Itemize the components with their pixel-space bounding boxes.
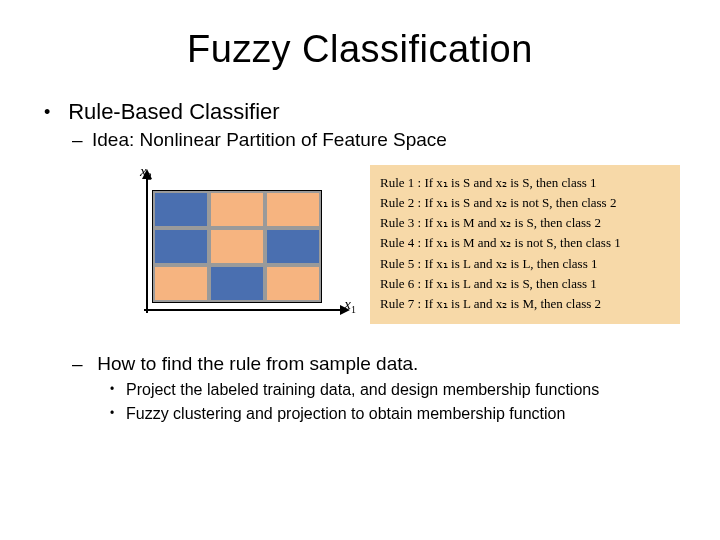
bullet-rule-based: Rule-Based Classifier Idea: Nonlinear Pa… [62,99,680,424]
cell-M-S [153,228,209,265]
y-axis-arrow-icon [142,169,152,179]
partition-grid [152,190,322,303]
bullet-howto: How to find the rule from sample data. P… [92,353,680,424]
bullet-rule-based-text: Rule-Based Classifier [68,99,280,124]
bullet-list-level1: Rule-Based Classifier Idea: Nonlinear Pa… [40,99,680,424]
rule-3: Rule 3 : If x₁ is M and x₂ is S, then cl… [380,213,666,233]
cell-S-S [153,265,209,302]
cell-S-L [265,265,321,302]
rule-1: Rule 1 : If x₁ is S and x₂ is S, then cl… [380,173,666,193]
rule-5: Rule 5 : If x₁ is L and x₂ is L, then cl… [380,254,666,274]
rule-4: Rule 4 : If x₁ is M and x₂ is not S, the… [380,233,666,253]
cell-L-L [265,191,321,228]
bullet-fuzzy-cluster: Fuzzy clustering and projection to obtai… [126,403,680,425]
cell-M-M [209,228,265,265]
bullet-project: Project the labeled training data, and d… [126,379,680,401]
slide-title: Fuzzy Classification [40,28,680,71]
rules-box: Rule 1 : If x₁ is S and x₂ is S, then cl… [370,165,680,324]
bullet-idea: Idea: Nonlinear Partition of Feature Spa… [92,129,680,151]
x-axis-line [144,309,344,311]
x-axis-sub: 1 [351,304,356,315]
bullet-howto-text: How to find the rule from sample data. [97,353,418,374]
bullet-list-level2: Idea: Nonlinear Partition of Feature Spa… [62,129,680,424]
x-axis-label: x1 [344,296,356,315]
cell-S-M [209,265,265,302]
rule-7: Rule 7 : If x₁ is L and x₂ is M, then cl… [380,294,666,314]
rule-2: Rule 2 : If x₁ is S and x₂ is not S, the… [380,193,666,213]
rule-6: Rule 6 : If x₁ is L and x₂ is S, then cl… [380,274,666,294]
cell-L-S [153,191,209,228]
x-axis-var: x [344,296,351,312]
partition-chart: x2 [122,165,352,335]
figure-row: x2 [122,165,680,335]
bullet-list-level3: Project the labeled training data, and d… [92,379,680,424]
cell-L-M [209,191,265,228]
cell-M-L [265,228,321,265]
y-axis-line [146,175,148,313]
